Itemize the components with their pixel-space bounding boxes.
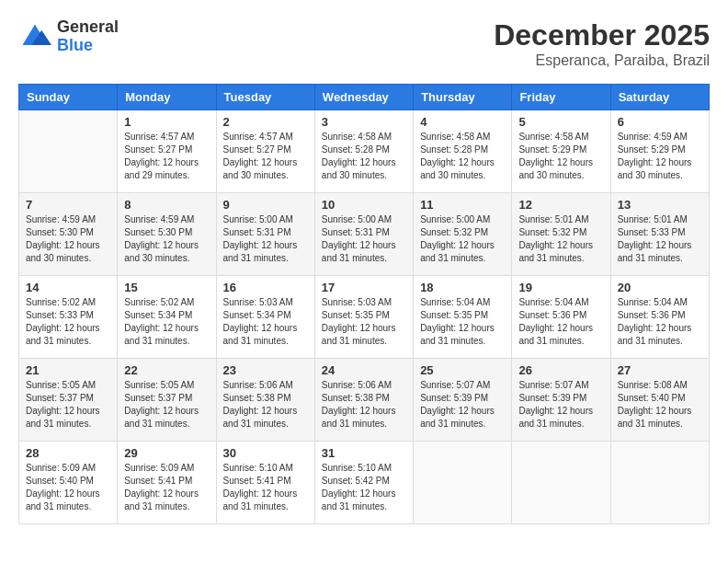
calendar-cell: 23Sunrise: 5:06 AM Sunset: 5:38 PM Dayli… bbox=[216, 359, 314, 442]
month-title: December 2025 bbox=[494, 18, 710, 52]
day-info: Sunrise: 5:09 AM Sunset: 5:40 PM Dayligh… bbox=[26, 462, 110, 513]
day-info: Sunrise: 5:01 AM Sunset: 5:32 PM Dayligh… bbox=[518, 213, 603, 265]
day-info: Sunrise: 5:02 AM Sunset: 5:34 PM Dayligh… bbox=[124, 296, 209, 348]
day-number: 8 bbox=[124, 198, 209, 212]
day-number: 25 bbox=[420, 363, 505, 377]
calendar-cell: 3Sunrise: 4:58 AM Sunset: 5:28 PM Daylig… bbox=[314, 110, 413, 193]
calendar-cell: 15Sunrise: 5:02 AM Sunset: 5:34 PM Dayli… bbox=[118, 276, 216, 359]
day-number: 17 bbox=[322, 281, 406, 294]
day-number: 27 bbox=[618, 363, 702, 377]
logo-text: General Blue bbox=[57, 18, 119, 55]
day-header-tuesday: Tuesday bbox=[216, 85, 314, 110]
week-row: 7Sunrise: 4:59 AM Sunset: 5:30 PM Daylig… bbox=[19, 193, 710, 276]
day-number: 26 bbox=[518, 363, 603, 377]
day-info: Sunrise: 5:07 AM Sunset: 5:39 PM Dayligh… bbox=[518, 379, 603, 431]
day-info: Sunrise: 4:57 AM Sunset: 5:27 PM Dayligh… bbox=[124, 131, 209, 182]
week-row: 28Sunrise: 5:09 AM Sunset: 5:40 PM Dayli… bbox=[19, 442, 710, 524]
calendar-cell: 29Sunrise: 5:09 AM Sunset: 5:41 PM Dayli… bbox=[118, 442, 216, 524]
week-row: 1Sunrise: 4:57 AM Sunset: 5:27 PM Daylig… bbox=[19, 110, 710, 193]
day-header-thursday: Thursday bbox=[414, 85, 512, 110]
day-number: 9 bbox=[223, 198, 308, 212]
day-info: Sunrise: 4:58 AM Sunset: 5:28 PM Dayligh… bbox=[420, 131, 505, 182]
day-info: Sunrise: 5:06 AM Sunset: 5:38 PM Dayligh… bbox=[322, 379, 406, 431]
calendar-cell: 10Sunrise: 5:00 AM Sunset: 5:31 PM Dayli… bbox=[314, 193, 413, 276]
day-number: 2 bbox=[223, 115, 308, 129]
calendar-cell: 13Sunrise: 5:01 AM Sunset: 5:33 PM Dayli… bbox=[610, 193, 709, 276]
calendar-cell: 25Sunrise: 5:07 AM Sunset: 5:39 PM Dayli… bbox=[414, 359, 512, 442]
calendar-cell: 12Sunrise: 5:01 AM Sunset: 5:32 PM Dayli… bbox=[512, 193, 610, 276]
day-info: Sunrise: 5:01 AM Sunset: 5:33 PM Dayligh… bbox=[618, 213, 702, 265]
calendar-cell: 7Sunrise: 4:59 AM Sunset: 5:30 PM Daylig… bbox=[19, 193, 118, 276]
title-area: December 2025 Esperanca, Paraiba, Brazil bbox=[494, 18, 710, 69]
calendar-cell bbox=[610, 442, 709, 524]
day-info: Sunrise: 5:10 AM Sunset: 5:42 PM Dayligh… bbox=[322, 462, 406, 513]
day-info: Sunrise: 5:00 AM Sunset: 5:31 PM Dayligh… bbox=[223, 213, 308, 265]
day-info: Sunrise: 5:03 AM Sunset: 5:34 PM Dayligh… bbox=[223, 296, 308, 348]
day-number: 31 bbox=[322, 446, 406, 460]
day-info: Sunrise: 4:57 AM Sunset: 5:27 PM Dayligh… bbox=[223, 131, 308, 182]
day-number: 4 bbox=[420, 115, 505, 129]
day-header-friday: Friday bbox=[512, 85, 610, 110]
day-number: 21 bbox=[26, 363, 110, 377]
calendar-cell: 6Sunrise: 4:59 AM Sunset: 5:29 PM Daylig… bbox=[610, 110, 709, 193]
calendar-cell: 27Sunrise: 5:08 AM Sunset: 5:40 PM Dayli… bbox=[610, 359, 709, 442]
day-info: Sunrise: 5:04 AM Sunset: 5:36 PM Dayligh… bbox=[518, 296, 603, 348]
day-info: Sunrise: 5:06 AM Sunset: 5:38 PM Dayligh… bbox=[223, 379, 308, 431]
day-info: Sunrise: 5:05 AM Sunset: 5:37 PM Dayligh… bbox=[26, 379, 110, 431]
day-number: 11 bbox=[420, 198, 505, 212]
day-number: 7 bbox=[26, 198, 110, 212]
day-number: 10 bbox=[322, 198, 406, 212]
day-header-monday: Monday bbox=[118, 85, 216, 110]
calendar-cell: 5Sunrise: 4:58 AM Sunset: 5:29 PM Daylig… bbox=[512, 110, 610, 193]
calendar-cell: 8Sunrise: 4:59 AM Sunset: 5:30 PM Daylig… bbox=[118, 193, 216, 276]
day-info: Sunrise: 4:59 AM Sunset: 5:29 PM Dayligh… bbox=[618, 131, 702, 182]
day-number: 16 bbox=[223, 281, 308, 294]
calendar-cell: 9Sunrise: 5:00 AM Sunset: 5:31 PM Daylig… bbox=[216, 193, 314, 276]
day-number: 29 bbox=[124, 446, 209, 460]
day-number: 20 bbox=[618, 281, 702, 294]
calendar-cell: 14Sunrise: 5:02 AM Sunset: 5:33 PM Dayli… bbox=[19, 276, 118, 359]
day-number: 19 bbox=[518, 281, 603, 294]
day-number: 15 bbox=[124, 281, 209, 294]
day-number: 5 bbox=[518, 115, 603, 129]
calendar-cell: 16Sunrise: 5:03 AM Sunset: 5:34 PM Dayli… bbox=[216, 276, 314, 359]
day-number: 18 bbox=[420, 281, 505, 294]
day-header-sunday: Sunday bbox=[19, 85, 118, 110]
logo: General Blue bbox=[18, 18, 119, 55]
day-info: Sunrise: 5:04 AM Sunset: 5:36 PM Dayligh… bbox=[618, 296, 702, 348]
day-number: 28 bbox=[26, 446, 110, 460]
day-info: Sunrise: 5:10 AM Sunset: 5:41 PM Dayligh… bbox=[223, 462, 308, 513]
calendar-cell: 21Sunrise: 5:05 AM Sunset: 5:37 PM Dayli… bbox=[19, 359, 118, 442]
day-number: 1 bbox=[124, 115, 209, 129]
day-number: 6 bbox=[618, 115, 702, 129]
day-header-wednesday: Wednesday bbox=[314, 85, 413, 110]
day-number: 3 bbox=[322, 115, 406, 129]
calendar-cell: 11Sunrise: 5:00 AM Sunset: 5:32 PM Dayli… bbox=[414, 193, 512, 276]
day-info: Sunrise: 5:03 AM Sunset: 5:35 PM Dayligh… bbox=[322, 296, 406, 348]
calendar-cell bbox=[19, 110, 118, 193]
day-info: Sunrise: 4:58 AM Sunset: 5:28 PM Dayligh… bbox=[322, 131, 406, 182]
day-info: Sunrise: 4:59 AM Sunset: 5:30 PM Dayligh… bbox=[26, 213, 110, 265]
day-header-saturday: Saturday bbox=[610, 85, 709, 110]
day-info: Sunrise: 5:00 AM Sunset: 5:32 PM Dayligh… bbox=[420, 213, 505, 265]
day-info: Sunrise: 4:59 AM Sunset: 5:30 PM Dayligh… bbox=[124, 213, 209, 265]
calendar-cell: 31Sunrise: 5:10 AM Sunset: 5:42 PM Dayli… bbox=[314, 442, 413, 524]
calendar-cell: 2Sunrise: 4:57 AM Sunset: 5:27 PM Daylig… bbox=[216, 110, 314, 193]
day-info: Sunrise: 4:58 AM Sunset: 5:29 PM Dayligh… bbox=[518, 131, 603, 182]
calendar-cell: 18Sunrise: 5:04 AM Sunset: 5:35 PM Dayli… bbox=[414, 276, 512, 359]
logo-general: General bbox=[57, 17, 119, 36]
day-info: Sunrise: 5:07 AM Sunset: 5:39 PM Dayligh… bbox=[420, 379, 505, 431]
calendar-cell: 19Sunrise: 5:04 AM Sunset: 5:36 PM Dayli… bbox=[512, 276, 610, 359]
day-number: 22 bbox=[124, 363, 209, 377]
calendar-cell: 20Sunrise: 5:04 AM Sunset: 5:36 PM Dayli… bbox=[610, 276, 709, 359]
subtitle: Esperanca, Paraiba, Brazil bbox=[494, 52, 710, 69]
day-number: 24 bbox=[322, 363, 406, 377]
calendar-cell: 30Sunrise: 5:10 AM Sunset: 5:41 PM Dayli… bbox=[216, 442, 314, 524]
header: General Blue December 2025 Esperanca, Pa… bbox=[18, 18, 710, 69]
calendar-cell: 4Sunrise: 4:58 AM Sunset: 5:28 PM Daylig… bbox=[414, 110, 512, 193]
logo-icon bbox=[18, 20, 51, 53]
day-number: 13 bbox=[618, 198, 702, 212]
day-number: 12 bbox=[518, 198, 603, 212]
day-info: Sunrise: 5:05 AM Sunset: 5:37 PM Dayligh… bbox=[124, 379, 209, 431]
calendar-cell: 26Sunrise: 5:07 AM Sunset: 5:39 PM Dayli… bbox=[512, 359, 610, 442]
